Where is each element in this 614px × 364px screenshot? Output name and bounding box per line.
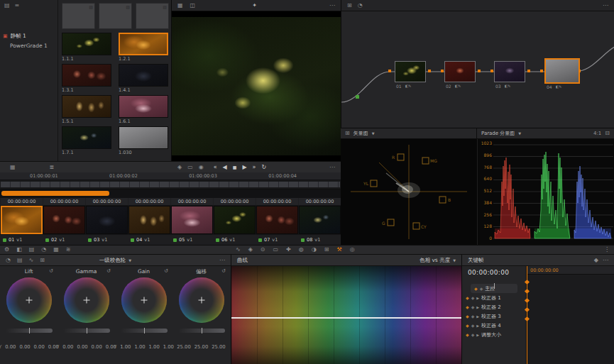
color-node[interactable]: 02◧✎	[444, 61, 476, 82]
vectorscope-title[interactable]: 矢量图	[353, 130, 368, 137]
viewer-more-icon[interactable]: ⋯	[329, 3, 335, 9]
toolbar-more-icon[interactable]: ⋮	[604, 247, 610, 253]
node-view-icon[interactable]: ⊞	[347, 3, 352, 9]
color-node[interactable]: 03◧✎	[494, 61, 525, 82]
offset-r-value[interactable]: 25.00	[177, 344, 190, 350]
offset-color-wheel[interactable]	[179, 277, 224, 323]
timeline-scrollbar[interactable]	[1, 191, 109, 196]
skip-end-button[interactable]: »	[253, 165, 256, 170]
loop-button[interactable]: ↻	[262, 165, 267, 170]
still-thumb[interactable]: 1.3.1	[62, 64, 113, 94]
lift-r-value[interactable]: 0.00	[19, 344, 30, 350]
bars-tab-icon[interactable]: ▤	[17, 258, 23, 263]
step-back-button[interactable]: ◀	[223, 165, 227, 170]
scope-expand-icon[interactable]: ⊞	[345, 131, 350, 136]
motion-effects-icon[interactable]: ≋	[66, 247, 71, 253]
lift-color-wheel[interactable]	[6, 277, 52, 323]
clip-version[interactable]: 06v1	[214, 235, 256, 245]
color-match-icon[interactable]: ▤	[29, 247, 35, 253]
keyframe-marker[interactable]	[525, 307, 530, 312]
window-icon[interactable]: ▭	[273, 247, 279, 253]
keyframe-marker[interactable]	[525, 316, 530, 321]
keyframes-more-icon[interactable]: ⋯	[603, 258, 608, 263]
tracker-icon[interactable]: ✚	[286, 247, 291, 253]
gallery-list-view-icon[interactable]: ≡	[15, 3, 20, 9]
still-thumb[interactable]: 1.4.1	[119, 64, 170, 94]
track-corrector-4[interactable]: ◆ ◆ ▶ 校正器 4	[462, 321, 526, 330]
timeline-clip[interactable]	[214, 206, 256, 234]
offset-tab-icon[interactable]: ⊞	[40, 258, 45, 263]
gamma-master-wheel[interactable]	[63, 329, 110, 333]
clip-version[interactable]: 08v1	[299, 235, 341, 245]
qualifier-icon[interactable]: ⊙	[261, 247, 265, 253]
wheels-tab-icon[interactable]: ◔	[6, 258, 11, 263]
track-corrector-1[interactable]: ◆ ◆ ▶ 校正器 1	[462, 293, 526, 302]
skip-start-button[interactable]: «	[214, 165, 217, 170]
camera-raw-icon[interactable]: ◧	[16, 247, 22, 253]
keyframe-marker[interactable]	[525, 280, 530, 285]
track-corrector-2[interactable]: ◆ ◆ ▶ 校正器 2	[462, 302, 526, 311]
clip-version[interactable]: 07v1	[256, 235, 298, 245]
keyframe-marker[interactable]	[525, 289, 530, 294]
blur-icon[interactable]: ◑	[312, 247, 317, 253]
still-thumb[interactable]: 1.5.1	[62, 95, 113, 125]
track-corrector-3[interactable]: ◆ ◆ ▶ 校正器 3	[462, 311, 526, 321]
empty-still-slot[interactable]: ▨	[62, 3, 95, 29]
gain-color-wheel[interactable]	[121, 277, 167, 323]
expand-triangle-icon[interactable]: ▶	[476, 305, 479, 309]
timeline-clip-selected[interactable]	[1, 206, 43, 234]
timeline-clip[interactable]	[128, 206, 170, 234]
offset-b-value[interactable]: 25.00	[212, 344, 225, 350]
lift-g-value[interactable]: 0.00	[34, 344, 45, 350]
gallery-grid-view-icon[interactable]: ▤	[4, 3, 10, 9]
reset-icon[interactable]: ↺	[49, 268, 53, 274]
still-thumb[interactable]: 1.6.1	[119, 95, 170, 125]
still-thumb-selected[interactable]: 1.2.1	[119, 33, 170, 62]
timeline-clip[interactable]	[86, 206, 128, 234]
viewer-canvas[interactable]	[172, 11, 341, 161]
viewer-split-icon[interactable]: ◫	[190, 3, 196, 9]
wheels-mode-dropdown[interactable]: 一级校色轮 ▼	[99, 257, 131, 264]
settings-icon[interactable]: ⚙	[4, 247, 9, 253]
gamma-color-wheel[interactable]	[64, 277, 109, 323]
add-keyframe-icon[interactable]: ◆	[594, 258, 598, 263]
gamma-r-value[interactable]: 0.00	[77, 344, 87, 350]
keyframe-timeline[interactable]: 00:00:00:00	[526, 266, 614, 364]
enhance-wand-icon[interactable]: ✦	[252, 3, 257, 9]
expand-triangle-icon[interactable]: ▶	[476, 324, 479, 328]
track-sizing[interactable]: ◆ ◆ ▶ 调整大小	[462, 330, 526, 339]
color-node[interactable]: 01◧✎	[395, 61, 426, 82]
curves-icon[interactable]: ∿	[236, 247, 241, 253]
gain-y-value[interactable]: 1.00	[120, 344, 131, 350]
empty-still-slot[interactable]: ▨	[99, 3, 132, 29]
crop-icon[interactable]: ▭	[187, 165, 193, 170]
scope-settings-icon[interactable]: ⊟	[605, 131, 610, 136]
gain-master-wheel[interactable]	[121, 329, 168, 333]
viewer-grid-icon[interactable]: ▦	[177, 3, 183, 9]
clip-version[interactable]: 01v1	[1, 235, 43, 245]
clip-version[interactable]: 02v1	[43, 235, 85, 245]
log-wheels-tab-icon[interactable]: ∿	[29, 258, 34, 263]
wheels-more-icon[interactable]: ⋯	[219, 258, 225, 263]
color-node-selected[interactable]: 04◧✎	[544, 58, 580, 84]
lift-y-value[interactable]: 0.00	[5, 344, 16, 350]
timeline-scroll-track[interactable]	[0, 189, 341, 198]
scope-zoom-ratio[interactable]: 4:1	[593, 131, 601, 136]
timeline-clip[interactable]	[43, 206, 85, 234]
still-thumb[interactable]: 1.7.1	[62, 126, 113, 156]
clip-version[interactable]: 05v1	[171, 235, 213, 245]
reset-icon[interactable]: ↺	[164, 268, 168, 274]
stop-button[interactable]: ■	[233, 165, 237, 170]
still-thumb[interactable]: 1.030	[119, 126, 170, 156]
still-thumb[interactable]: 1.1.1	[62, 33, 113, 62]
expand-triangle-icon[interactable]: ▶	[476, 333, 479, 337]
curve-mode-dropdown[interactable]: 色相 vs 亮度 ▼	[420, 257, 456, 264]
color-warper-icon[interactable]: ◈	[248, 247, 253, 253]
gamma-g-value[interactable]: 0.00	[92, 344, 102, 350]
lift-master-wheel[interactable]	[6, 329, 53, 333]
wheels-palette-icon[interactable]: ◔	[41, 247, 46, 253]
keyframe-marker[interactable]	[525, 298, 530, 303]
offset-master-wheel[interactable]	[178, 329, 225, 333]
unmix-icon[interactable]: ⋯	[329, 165, 335, 170]
audio-icon[interactable]: ◉	[199, 165, 204, 170]
